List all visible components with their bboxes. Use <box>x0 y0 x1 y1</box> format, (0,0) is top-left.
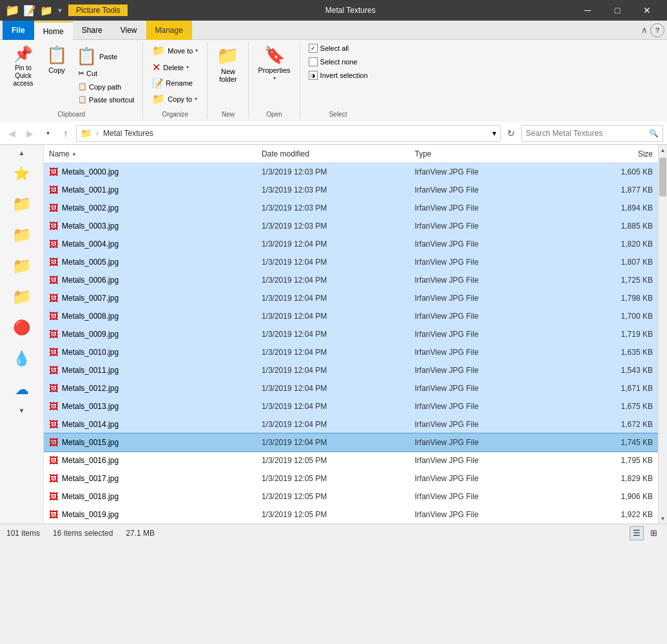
table-row[interactable]: 🖼 Metals_0002.jpg 1/3/2019 12:03 PM Irfa… <box>44 199 658 217</box>
file-size-cell: 1,605 KB <box>568 167 653 176</box>
up-button[interactable]: ↑ <box>58 126 73 141</box>
tab-file[interactable]: File <box>3 21 34 40</box>
table-row[interactable]: 🖼 Metals_0017.jpg 1/3/2019 12:05 PM Irfa… <box>44 469 658 488</box>
search-box[interactable]: 🔍 <box>521 125 663 142</box>
close-button[interactable]: ✕ <box>632 0 662 21</box>
invert-selection-button[interactable]: ◑ Invert selection <box>305 70 371 81</box>
file-date-cell: 1/3/2019 12:03 PM <box>262 185 415 194</box>
column-header-name[interactable]: Name ▲ <box>49 149 262 158</box>
delete-button[interactable]: ✕ Delete ▾ <box>148 59 202 75</box>
rename-button[interactable]: 📝 Rename <box>148 76 202 90</box>
file-name-cell: 🖼 Metals_0001.jpg <box>49 185 262 195</box>
table-row[interactable]: 🖼 Metals_0007.jpg 1/3/2019 12:04 PM Irfa… <box>44 289 658 307</box>
table-row[interactable]: 🖼 Metals_0004.jpg 1/3/2019 12:04 PM Irfa… <box>44 235 658 253</box>
file-icon: 🖼 <box>49 185 58 195</box>
file-size-cell: 1,543 KB <box>568 366 653 375</box>
breadcrumb[interactable]: 📁 › Metal Textures ▾ <box>76 125 501 142</box>
table-row[interactable]: 🖼 Metals_0019.jpg 1/3/2019 12:05 PM Irfa… <box>44 506 658 524</box>
file-type-cell: IrfanView JPG File <box>414 167 568 176</box>
file-date-cell: 1/3/2019 12:05 PM <box>262 510 415 519</box>
file-name: Metals_0002.jpg <box>62 204 119 213</box>
sidebar-item-cloud[interactable]: ☁ <box>6 374 37 405</box>
sidebar-scroll-up-button[interactable]: ▲ <box>0 147 43 158</box>
file-type-cell: IrfanView JPG File <box>414 276 568 285</box>
pin-to-quick-access-button[interactable]: 📌 Pin to Quickaccess <box>5 43 41 90</box>
copy-button[interactable]: 📋 Copy <box>43 43 71 77</box>
file-type-cell: IrfanView JPG File <box>414 204 568 213</box>
cloud-icon: ☁ <box>15 381 29 398</box>
table-row[interactable]: 🖼 Metals_0010.jpg 1/3/2019 12:04 PM Irfa… <box>44 343 658 361</box>
sidebar-item-folder4[interactable]: 📁 <box>6 281 37 312</box>
tab-share[interactable]: Share <box>73 21 111 40</box>
breadcrumb-dropdown-icon[interactable]: ▾ <box>492 129 496 138</box>
search-input[interactable] <box>526 129 649 138</box>
sidebar-item-folder3[interactable]: 📁 <box>6 251 37 281</box>
table-row[interactable]: 🖼 Metals_0012.jpg 1/3/2019 12:04 PM Irfa… <box>44 379 658 397</box>
copy-to-button[interactable]: 📁 Copy to ▾ <box>148 91 202 107</box>
table-row[interactable]: 🖼 Metals_0014.jpg 1/3/2019 12:04 PM Irfa… <box>44 415 658 433</box>
file-type-cell: IrfanView JPG File <box>414 492 568 501</box>
scroll-up-button[interactable]: ▲ <box>659 145 668 155</box>
column-header-date[interactable]: Date modified <box>262 149 415 158</box>
file-size-cell: 1,906 KB <box>568 492 653 501</box>
help-button[interactable]: ? <box>650 23 664 37</box>
cut-button[interactable]: ✂ Cut <box>75 67 137 80</box>
paste-button[interactable]: 📋 Paste <box>72 43 137 66</box>
paste-shortcut-button[interactable]: 📋 Paste shortcut <box>75 93 137 106</box>
sidebar-scroll-down-button[interactable]: ▼ <box>0 405 43 415</box>
selected-size: 27.1 MB <box>126 529 155 538</box>
large-icons-view-button[interactable]: ⊞ <box>646 526 661 540</box>
tab-view[interactable]: View <box>111 21 146 40</box>
table-row[interactable]: 🖼 Metals_0005.jpg 1/3/2019 12:04 PM Irfa… <box>44 253 658 271</box>
table-row[interactable]: 🖼 Metals_0011.jpg 1/3/2019 12:04 PM Irfa… <box>44 361 658 379</box>
table-row[interactable]: 🖼 Metals_0018.jpg 1/3/2019 12:05 PM Irfa… <box>44 488 658 506</box>
sidebar-item-folder1[interactable]: 📁 <box>6 189 37 220</box>
recent-locations-button[interactable]: ▾ <box>40 126 55 141</box>
table-row[interactable]: 🖼 Metals_0000.jpg 1/3/2019 12:03 PM Irfa… <box>44 163 658 181</box>
dropdown-arrow-icon[interactable]: ▾ <box>58 6 62 15</box>
details-view-button[interactable]: ☰ <box>630 526 644 540</box>
move-to-button[interactable]: 📁 Move to ▾ <box>148 43 202 59</box>
file-size-cell: 1,820 KB <box>568 240 653 249</box>
table-row[interactable]: 🖼 Metals_0006.jpg 1/3/2019 12:04 PM Irfa… <box>44 271 658 289</box>
sidebar-item-red[interactable]: 🔴 <box>6 312 37 343</box>
folder2-icon: 📁 <box>40 5 53 17</box>
restore-button[interactable]: □ <box>603 0 632 21</box>
file-rows: 🖼 Metals_0000.jpg 1/3/2019 12:03 PM Irfa… <box>44 163 658 524</box>
table-row[interactable]: 🖼 Metals_0015.jpg 1/3/2019 12:04 PM Irfa… <box>44 433 658 451</box>
properties-button[interactable]: 🔖 Properties ▾ <box>254 43 294 84</box>
sidebar-item-favorites[interactable]: ⭐ <box>6 158 37 189</box>
back-button[interactable]: ◀ <box>4 126 19 141</box>
file-date-cell: 1/3/2019 12:03 PM <box>262 222 415 231</box>
tab-manage[interactable]: Manage <box>146 21 192 40</box>
tab-home[interactable]: Home <box>34 21 73 41</box>
scroll-thumb[interactable] <box>659 158 666 196</box>
copy-path-button[interactable]: 📋 Copy path <box>75 80 137 93</box>
column-header-type[interactable]: Type <box>414 149 568 158</box>
table-row[interactable]: 🖼 Metals_0008.jpg 1/3/2019 12:04 PM Irfa… <box>44 307 658 325</box>
select-all-button[interactable]: ✓ Select all <box>305 43 371 54</box>
clipboard-group-content: 📌 Pin to Quickaccess 📋 Copy 📋 Paste ✂ Cu… <box>5 43 137 107</box>
file-name-cell: 🖼 Metals_0009.jpg <box>49 329 262 339</box>
table-row[interactable]: 🖼 Metals_0003.jpg 1/3/2019 12:03 PM Irfa… <box>44 217 658 235</box>
sidebar-item-dropbox[interactable]: 💧 <box>6 343 37 374</box>
table-row[interactable]: 🖼 Metals_0001.jpg 1/3/2019 12:03 PM Irfa… <box>44 181 658 199</box>
table-row[interactable]: 🖼 Metals_0016.jpg 1/3/2019 12:05 PM Irfa… <box>44 451 658 469</box>
file-name: Metals_0009.jpg <box>62 330 119 339</box>
forward-button[interactable]: ▶ <box>22 126 37 141</box>
minimize-button[interactable]: ─ <box>573 0 603 21</box>
sidebar-item-folder2[interactable]: 📁 <box>6 220 37 251</box>
file-name: Metals_0001.jpg <box>62 185 119 194</box>
file-name-cell: 🖼 Metals_0008.jpg <box>49 311 262 321</box>
scroll-track[interactable] <box>659 155 667 513</box>
column-header-size[interactable]: Size <box>568 149 653 158</box>
select-none-button[interactable]: Select none <box>305 56 371 68</box>
scroll-down-button[interactable]: ▼ <box>659 513 668 524</box>
refresh-button[interactable]: ↻ <box>503 126 519 141</box>
file-date-cell: 1/3/2019 12:04 PM <box>262 438 415 447</box>
table-row[interactable]: 🖼 Metals_0013.jpg 1/3/2019 12:04 PM Irfa… <box>44 397 658 415</box>
table-row[interactable]: 🖼 Metals_0009.jpg 1/3/2019 12:04 PM Irfa… <box>44 325 658 343</box>
vertical-scrollbar[interactable]: ▲ ▼ <box>658 145 667 524</box>
ribbon-collapse-button[interactable]: ∧ <box>641 25 648 35</box>
new-folder-button[interactable]: 📁 New folder <box>213 43 243 86</box>
